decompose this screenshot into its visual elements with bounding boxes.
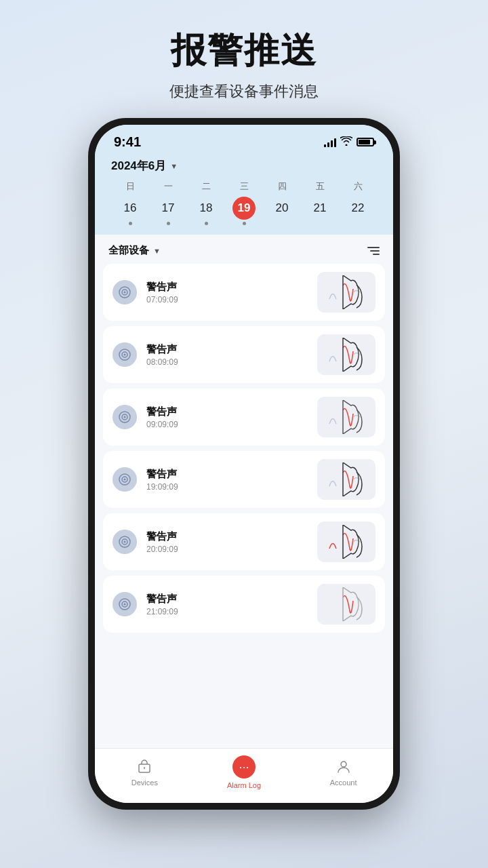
- status-icons: [324, 136, 374, 148]
- alarm-list: 警告声 07:09:09: [95, 264, 393, 748]
- alarm-item-3[interactable]: 警告声 09:09:09: [103, 389, 385, 446]
- weekday-sun: 日: [111, 180, 149, 193]
- month-label: 2024年6月: [111, 158, 166, 174]
- status-bar: 9:41: [95, 125, 393, 155]
- alarm-time-2: 08:09:09: [146, 357, 308, 367]
- nav-item-devices[interactable]: Devices: [117, 758, 171, 787]
- alarm-info-2: 警告声 08:09:09: [146, 343, 308, 367]
- filter-line-2: [370, 250, 380, 252]
- alarm-name-4: 警告声: [146, 468, 308, 481]
- alarm-info-4: 警告声 19:09:09: [146, 468, 308, 492]
- device-icon-3: [113, 405, 137, 429]
- phone-screen: 9:41: [95, 125, 393, 803]
- alarm-time-4: 19:09:09: [146, 482, 308, 492]
- bottom-nav: Devices ··· Alarm Log Account: [95, 748, 393, 803]
- day-19-active[interactable]: 19: [225, 197, 263, 229]
- alarm-item-4[interactable]: 警告声 19:09:09: [103, 451, 385, 508]
- alarm-name-1: 警告声: [146, 281, 308, 294]
- day-17[interactable]: 17: [149, 197, 187, 229]
- alarm-name-3: 警告声: [146, 406, 308, 418]
- alarm-thumbnail-2: [317, 334, 375, 375]
- signal-icon: [324, 138, 336, 147]
- filter-line-1: [367, 247, 380, 248]
- weekday-wed: 三: [225, 180, 263, 193]
- days-row: 16 17 18 19 20 2: [111, 197, 377, 229]
- month-chevron-icon: ▼: [170, 162, 178, 170]
- alarm-time-6: 21:09:09: [146, 607, 308, 616]
- phone-shell: 9:41: [88, 118, 400, 810]
- filter-list-icon[interactable]: [367, 247, 380, 255]
- nav-item-account[interactable]: Account: [317, 758, 371, 787]
- battery-icon: [357, 138, 374, 146]
- filter-line-3: [373, 254, 380, 255]
- weekday-fri: 五: [301, 180, 339, 193]
- device-icon-2: [113, 342, 137, 367]
- nav-label-alarm-log: Alarm Log: [227, 781, 261, 789]
- filter-dropdown[interactable]: 全部设备 ▼: [108, 244, 161, 257]
- device-icon-1: [113, 280, 137, 304]
- svg-point-2: [124, 292, 126, 294]
- alarm-name-5: 警告声: [146, 530, 308, 543]
- svg-point-11: [124, 479, 126, 481]
- nav-label-account: Account: [330, 778, 357, 787]
- alarm-time-1: 07:09:09: [146, 295, 308, 304]
- alarm-thumbnail-3: [317, 397, 375, 437]
- alarm-log-bubble: ···: [232, 755, 256, 778]
- content-area: 全部设备 ▼: [95, 235, 393, 748]
- device-icon-6: [113, 592, 137, 616]
- alarm-item-5[interactable]: 警告声 20:09:09: [103, 513, 385, 570]
- svg-point-8: [124, 416, 126, 418]
- filter-row: 全部设备 ▼: [95, 235, 393, 264]
- filter-label-text: 全部设备: [108, 244, 149, 257]
- page-title: 报警推送: [169, 27, 319, 75]
- page-header: 报警推送 便捷查看设备事件消息: [169, 27, 319, 102]
- page-subtitle: 便捷查看设备事件消息: [169, 81, 319, 102]
- day-22[interactable]: 22: [339, 197, 377, 229]
- status-time: 9:41: [114, 134, 141, 150]
- alarm-name-6: 警告声: [146, 593, 308, 606]
- alarm-info-6: 警告声 21:09:09: [146, 593, 308, 616]
- account-icon: [335, 758, 352, 776]
- alarm-item-1[interactable]: 警告声 07:09:09: [103, 264, 385, 321]
- wifi-icon: [340, 136, 352, 148]
- alarm-info-3: 警告声 09:09:09: [146, 406, 308, 429]
- alarm-thumbnail-4: [317, 459, 375, 500]
- weekday-thu: 四: [263, 180, 301, 193]
- device-icon-4: [113, 467, 137, 492]
- alarm-time-3: 09:09:09: [146, 420, 308, 429]
- calendar-section: 2024年6月 ▼ 日 一 二 三 四 五 六 16 17: [95, 155, 393, 235]
- alarm-info-1: 警告声 07:09:09: [146, 281, 308, 304]
- weekday-tue: 二: [187, 180, 225, 193]
- alarm-thumbnail-5: [317, 521, 375, 562]
- day-18[interactable]: 18: [187, 197, 225, 229]
- svg-point-14: [124, 541, 126, 543]
- svg-point-5: [124, 354, 126, 356]
- alarm-info-5: 警告声 20:09:09: [146, 530, 308, 554]
- svg-point-17: [124, 604, 126, 606]
- weekday-row: 日 一 二 三 四 五 六: [111, 180, 377, 193]
- nav-label-devices: Devices: [131, 778, 158, 787]
- month-row[interactable]: 2024年6月 ▼: [111, 158, 377, 174]
- day-21[interactable]: 21: [301, 197, 339, 229]
- alarm-thumbnail-6: [317, 584, 375, 625]
- alarm-thumbnail-1: [317, 272, 375, 313]
- day-20[interactable]: 20: [263, 197, 301, 229]
- alarm-time-5: 20:09:09: [146, 545, 308, 554]
- weekday-sat: 六: [339, 180, 377, 193]
- day-16[interactable]: 16: [111, 197, 149, 229]
- device-icon-5: [113, 530, 137, 554]
- alarm-name-2: 警告声: [146, 343, 308, 356]
- nav-item-alarm-log[interactable]: ··· Alarm Log: [217, 755, 271, 789]
- filter-chevron-icon: ▼: [153, 247, 161, 255]
- weekday-mon: 一: [149, 180, 187, 193]
- alarm-log-icon: ···: [239, 761, 249, 773]
- alarm-item-6[interactable]: 警告声 21:09:09: [103, 576, 385, 633]
- svg-point-20: [341, 762, 346, 767]
- alarm-item-2[interactable]: 警告声 08:09:09: [103, 326, 385, 383]
- devices-icon: [136, 758, 153, 776]
